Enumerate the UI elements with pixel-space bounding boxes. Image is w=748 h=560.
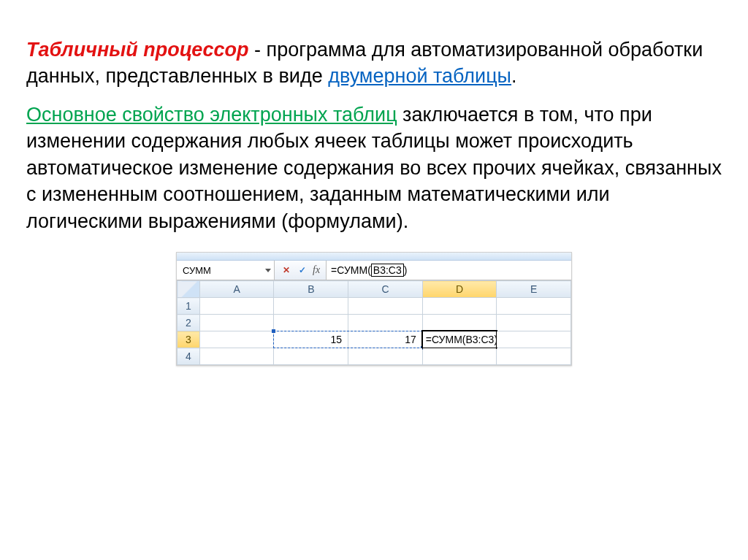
formula-controls: ✕ ✓ fx	[275, 261, 327, 280]
cell-c4[interactable]	[348, 348, 423, 365]
cell-b4[interactable]	[274, 348, 348, 365]
cell-a3[interactable]	[199, 331, 274, 348]
link-2d-table: двумерной таблицы	[328, 65, 511, 87]
col-header-e[interactable]: E	[497, 281, 571, 298]
excel-screenshot: СУММ ✕ ✓ fx =СУММ(B3:C3) A B C D	[176, 252, 572, 366]
cell-b2[interactable]	[274, 315, 348, 331]
row-1: 1	[178, 298, 571, 315]
cell-c1[interactable]	[348, 298, 423, 315]
paragraph-2: Основное свойство электронных таблиц зак…	[26, 101, 722, 234]
select-all-corner[interactable]	[178, 281, 200, 298]
formula-suffix: )	[404, 264, 408, 276]
cancel-icon[interactable]: ✕	[280, 264, 292, 276]
paragraph-1: Табличный процессор - программа для авто…	[26, 37, 722, 90]
cell-d1[interactable]	[422, 298, 497, 315]
col-header-b[interactable]: B	[274, 281, 348, 298]
slide-content: Табличный процессор - программа для авто…	[0, 0, 748, 366]
row-header-1[interactable]: 1	[178, 298, 200, 315]
col-header-c[interactable]: C	[348, 281, 423, 298]
formula-input[interactable]: =СУММ(B3:C3)	[327, 261, 571, 280]
formula-prefix: =СУММ(	[331, 264, 371, 276]
enter-icon[interactable]: ✓	[297, 264, 308, 276]
name-box-wrap[interactable]: СУММ	[177, 261, 275, 280]
formula-arg: B3:C3	[371, 264, 404, 277]
col-header-a[interactable]: A	[199, 281, 274, 298]
cell-c2[interactable]	[348, 315, 423, 331]
row-header-4[interactable]: 4	[178, 348, 200, 365]
cell-e4[interactable]	[497, 348, 571, 365]
name-box[interactable]: СУММ	[183, 265, 262, 276]
name-box-dropdown-icon[interactable]	[265, 269, 271, 272]
row-2: 2	[178, 315, 571, 331]
row-3: 3 15 17 =СУММ(B3:C3)	[178, 331, 571, 348]
cell-b3[interactable]: 15	[274, 331, 348, 348]
cell-b3-value: 15	[274, 334, 348, 345]
spreadsheet-grid: A B C D E 1 2	[177, 280, 571, 365]
p1-dot: .	[511, 65, 517, 87]
formula-bar: СУММ ✕ ✓ fx =СУММ(B3:C3)	[177, 261, 571, 280]
cell-a1[interactable]	[199, 298, 274, 315]
cell-a4[interactable]	[199, 348, 274, 365]
row-4: 4	[178, 348, 571, 365]
cell-a2[interactable]	[199, 315, 274, 331]
fx-icon[interactable]: fx	[313, 264, 320, 276]
cell-e1[interactable]	[497, 298, 571, 315]
cell-d2[interactable]	[422, 315, 497, 331]
cell-b1[interactable]	[274, 298, 348, 315]
column-header-row: A B C D E	[178, 281, 571, 298]
cell-c3-value: 17	[348, 334, 422, 345]
cell-e3[interactable]	[497, 331, 571, 348]
cell-c3[interactable]: 17	[348, 331, 423, 348]
cell-d3[interactable]: =СУММ(B3:C3)	[422, 331, 497, 348]
cell-d4[interactable]	[422, 348, 497, 365]
term-title: Табличный процессор	[26, 39, 249, 61]
link-main-property: Основное свойство электронных таблиц	[26, 104, 397, 126]
col-header-d[interactable]: D	[422, 281, 497, 298]
cell-d3-editor[interactable]: =СУММ(B3:C3)	[421, 330, 498, 349]
row-header-3[interactable]: 3	[178, 331, 200, 348]
row-header-2[interactable]: 2	[178, 315, 200, 331]
selection-handle	[272, 329, 275, 333]
ribbon-strip	[177, 253, 571, 261]
cell-e2[interactable]	[497, 315, 571, 331]
